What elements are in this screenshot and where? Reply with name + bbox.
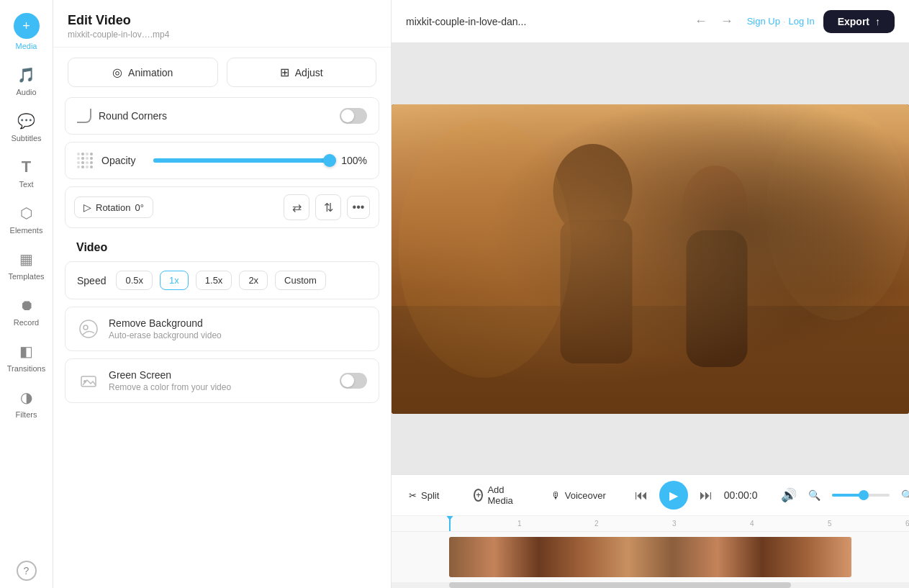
sign-up-link[interactable]: Sign Up [747,16,780,27]
video-section-label: Video [65,235,379,261]
undo-redo-group: ← → [689,10,738,33]
green-screen-desc: Remove a color from your video [109,382,331,392]
green-screen-toggle[interactable] [340,373,367,389]
remove-background-row[interactable]: Remove Background Auto-erase background … [65,307,379,351]
tab-adjust[interactable]: ⊞ Adjust [227,58,377,87]
opacity-slider[interactable] [153,158,330,163]
video-overlay [392,104,909,414]
timeline-track [392,532,909,582]
flip-h-icon: ⇄ [292,201,302,214]
undo-button[interactable]: ← [689,10,713,33]
round-corners-toggle[interactable] [340,108,367,124]
rotation-icon: ▷ [83,202,91,213]
auth-separator: · [783,16,786,27]
speed-1.5x[interactable]: 1.5x [196,271,232,290]
export-label: Export [838,16,869,27]
zoom-slider[interactable] [832,494,890,497]
voiceover-button[interactable]: 🎙 Voiceover [546,487,612,505]
sidebar-label-templates: Templates [8,272,44,281]
sidebar-item-templates[interactable]: ▦ Templates [0,242,53,288]
main-area: mixkit-couple-in-love-dan... ← → Sign Up… [392,0,909,588]
export-button[interactable]: Export ↑ [823,10,895,33]
media-icon: + [14,13,40,39]
panel-controls: Round Corners Opacity 100% ▷ [53,97,391,410]
skip-forward-button[interactable]: ⏭ [700,484,713,507]
elements-icon: ⬡ [17,203,37,223]
tick-6: 6 [905,520,909,528]
sidebar-item-text[interactable]: T Text [0,150,53,196]
edit-panel: Edit Video mixkit-couple-in-lov….mp4 ◎ A… [53,0,392,588]
timeline-scrollbar [392,582,909,588]
green-screen-row: Green Screen Remove a color from your vi… [65,358,379,403]
sidebar-item-record[interactable]: ⏺ Record [0,288,53,334]
round-corners-icon [77,109,91,123]
sidebar-item-transitions[interactable]: ◧ Transitions [0,334,53,380]
split-icon: ✂ [409,490,417,501]
adjust-tab-label: Adjust [295,67,323,78]
speed-custom[interactable]: Custom [275,271,326,290]
animation-tab-label: Animation [128,67,173,78]
redo-button[interactable]: → [715,10,738,33]
time-display: 00:00:0 [724,489,758,501]
preview-area [392,43,909,474]
opacity-thumb[interactable] [323,154,336,167]
auth-links: Sign Up · Log In [747,16,815,27]
play-button[interactable]: ▶ [659,481,688,510]
scroll-thumb[interactable] [449,582,791,588]
sidebar-label-record: Record [14,318,39,327]
tick-2: 2 [594,520,599,528]
sidebar-item-subtitles[interactable]: 💬 Subtitles [0,104,53,150]
rotation-more-button[interactable]: ••• [347,196,370,219]
opacity-icon [77,153,93,168]
sidebar-label-media: Media [16,42,37,50]
animation-tab-icon: ◎ [112,65,122,79]
split-label: Split [421,490,439,501]
tab-animation[interactable]: ◎ Animation [68,58,218,87]
rotation-value: 0° [135,202,143,213]
voiceover-icon: 🎙 [551,490,561,501]
add-media-label: Add Media [487,484,516,506]
timeline-ruler: 1 2 3 4 5 6 7 8 9 10 [392,516,909,532]
zoom-thumb[interactable] [859,490,869,500]
zoom-in-button[interactable]: 🔍 [901,484,909,507]
volume-button[interactable]: 🔊 [781,484,797,507]
playhead[interactable] [449,516,451,531]
speed-0.5x[interactable]: 0.5x [116,271,153,290]
file-name: mixkit-couple-in-love-dan... [406,16,681,27]
sidebar-item-elements[interactable]: ⬡ Elements [0,196,53,242]
sidebar-item-filters[interactable]: ◑ Filters [0,380,53,426]
add-media-icon: + [474,489,483,502]
rotation-button[interactable]: ▷ Rotation 0° [74,196,153,218]
skip-back-button[interactable]: ⏮ [635,484,648,507]
tick-5: 5 [828,520,832,528]
video-frame [392,104,909,414]
zoom-out-button[interactable]: 🔍 [808,484,820,507]
subtitles-icon: 💬 [17,111,37,131]
add-media-button[interactable]: + Add Media [468,481,522,510]
sidebar-item-help[interactable]: ? [0,553,53,588]
speed-1x[interactable]: 1x [160,271,189,290]
sidebar-item-media[interactable]: + Media [0,6,53,58]
speed-2x[interactable]: 2x [239,271,268,290]
video-track-clip[interactable] [449,537,851,577]
help-icon: ? [17,561,37,581]
adjust-tab-icon: ⊞ [280,65,289,79]
playhead-head [446,516,454,520]
sidebar: + Media 🎵 Audio 💬 Subtitles T Text ⬡ Ele… [0,0,53,588]
flip-vertical-button[interactable]: ⇅ [315,194,341,220]
transitions-icon: ◧ [17,341,37,361]
flip-horizontal-button[interactable]: ⇄ [284,194,309,220]
split-button[interactable]: ✂ Split [403,487,445,505]
sidebar-label-elements: Elements [10,226,43,235]
sidebar-item-audio[interactable]: 🎵 Audio [0,58,53,104]
tick-1: 1 [517,520,522,528]
export-icon: ↑ [875,16,880,27]
speed-row: Speed 0.5x 1x 1.5x 2x Custom [65,261,379,299]
log-in-link[interactable]: Log In [789,16,815,27]
remove-bg-icon [77,317,100,340]
svg-point-0 [80,320,97,338]
remove-bg-desc: Auto-erase background video [109,330,367,340]
flip-v-icon: ⇅ [324,201,333,214]
timeline-area: ✂ Split + Add Media 🎙 Voiceover ⏮ ▶ ⏭ 00… [392,474,909,588]
green-screen-icon [77,369,100,392]
